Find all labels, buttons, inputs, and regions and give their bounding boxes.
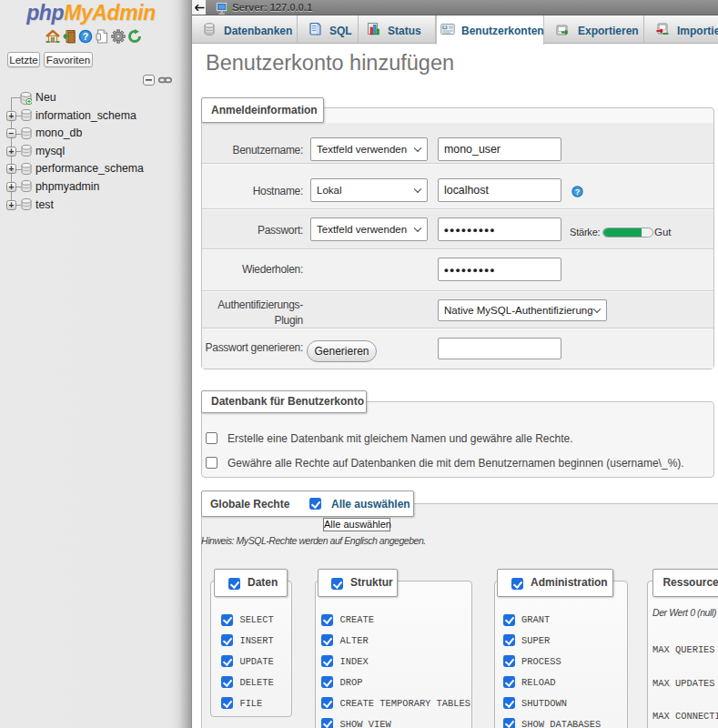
svg-text:?: ? bbox=[83, 31, 88, 42]
svg-text:?: ? bbox=[575, 187, 581, 197]
